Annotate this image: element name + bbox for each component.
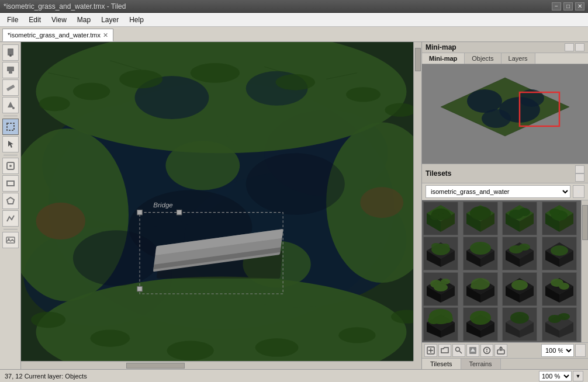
status-coords-layer: 37, 12 Current layer: Objects xyxy=(5,373,87,380)
minimap-close-button[interactable]: ✕ xyxy=(575,43,584,51)
minimap-svg xyxy=(426,69,584,159)
object-tool-button[interactable] xyxy=(2,158,19,174)
tile-cell[interactable] xyxy=(423,272,458,306)
svg-point-130 xyxy=(442,315,453,323)
erase-tool-button[interactable] xyxy=(2,79,19,96)
svg-point-75 xyxy=(470,206,491,220)
tile-cell[interactable] xyxy=(502,202,537,235)
tileset-search-button[interactable] xyxy=(452,344,465,357)
svg-point-36 xyxy=(191,63,240,83)
maximize-button[interactable]: □ xyxy=(563,2,573,11)
polygon-tool-button[interactable] xyxy=(2,193,19,209)
svg-point-85 xyxy=(549,209,560,216)
tileset-zoom-arrow[interactable]: ▼ xyxy=(575,344,586,357)
document-tab[interactable]: *isometric_grass_and_water.tmx ✕ xyxy=(2,29,113,41)
close-button[interactable]: ✕ xyxy=(575,2,584,11)
svg-point-91 xyxy=(441,244,449,249)
tilesets-bottom-tab-tilesets[interactable]: Tilesets xyxy=(422,359,461,369)
canvas-vscroll-thumb[interactable] xyxy=(415,48,421,71)
tile-cell[interactable] xyxy=(423,307,458,341)
tile-cell[interactable] xyxy=(542,237,577,270)
minimap-title: Mini-map xyxy=(426,43,456,51)
svg-text:Bridge: Bridge xyxy=(153,201,173,209)
status-layer: Current layer: Objects xyxy=(25,373,87,380)
canvas-horizontal-scrollbar[interactable] xyxy=(21,361,413,369)
fill-tool-button[interactable] xyxy=(2,97,19,113)
menu-layer[interactable]: Layer xyxy=(96,15,123,25)
cursor-tool-button[interactable] xyxy=(2,44,19,61)
statusbar-zoom-arrow[interactable]: ▼ xyxy=(573,371,583,381)
tile-cell[interactable] xyxy=(463,272,498,306)
minimap-tab-objects[interactable]: Objects xyxy=(465,53,501,64)
menu-edit[interactable]: Edit xyxy=(24,15,46,25)
select-tool-button[interactable] xyxy=(2,119,19,135)
tileset-grid[interactable] xyxy=(422,200,581,342)
minimap-tab-minimap[interactable]: Mini-map xyxy=(422,53,465,64)
map-canvas: Bridge xyxy=(21,42,421,369)
tile-cell[interactable] xyxy=(502,272,537,306)
open-tileset-icon xyxy=(441,346,449,355)
tile-cell[interactable] xyxy=(502,237,537,270)
tab-close-button[interactable]: ✕ xyxy=(103,32,108,39)
statusbar-zoom-select[interactable]: 100 % 50 % 200 % xyxy=(539,371,572,381)
menu-file[interactable]: File xyxy=(2,15,23,25)
tile-cell[interactable] xyxy=(463,307,498,341)
tileset-zoom-select[interactable]: 100 % 50 % 200 % xyxy=(541,344,574,357)
svg-point-37 xyxy=(275,74,315,90)
tilesets-bottom-tab-terrains[interactable]: Terrains xyxy=(461,359,501,369)
svg-point-147 xyxy=(456,348,460,352)
tile-cell[interactable] xyxy=(542,272,577,306)
svg-rect-2 xyxy=(7,67,14,71)
svg-point-42 xyxy=(167,341,214,360)
menu-help[interactable]: Help xyxy=(124,15,148,25)
tileset-dropdown[interactable]: isometric_grass_and_water xyxy=(426,185,570,198)
tileset-fill-button[interactable] xyxy=(466,344,479,357)
tabbar: *isometric_grass_and_water.tmx ✕ xyxy=(0,27,588,42)
polyline-tool-button[interactable] xyxy=(2,210,19,227)
minimap-undock-button[interactable]: ⊟ xyxy=(565,43,574,51)
pointer-tool-button[interactable] xyxy=(2,136,19,152)
svg-rect-55 xyxy=(177,210,181,214)
image-tool-button[interactable] xyxy=(2,232,19,248)
tilesets-undock-button[interactable]: ⊟ xyxy=(575,165,584,173)
canvas-area[interactable]: Bridge xyxy=(21,42,421,369)
stamp-tool-button[interactable] xyxy=(2,62,19,78)
canvas-hscroll-thumb[interactable] xyxy=(126,363,185,369)
menu-map[interactable]: Map xyxy=(72,15,95,25)
svg-rect-56 xyxy=(137,286,142,291)
tileset-selector: isometric_grass_and_water ▼ xyxy=(422,183,588,200)
svg-point-44 xyxy=(338,327,375,343)
svg-rect-9 xyxy=(7,181,14,186)
tileset-open-button[interactable] xyxy=(438,344,451,357)
tilesets-close-button[interactable]: ✕ xyxy=(575,173,584,182)
tileset-vscroll-thumb[interactable] xyxy=(582,205,588,240)
tile-cell[interactable] xyxy=(542,202,577,235)
tile-cell[interactable] xyxy=(502,307,537,341)
tile-cell[interactable] xyxy=(423,237,458,270)
tileset-props-button[interactable] xyxy=(480,344,493,357)
minimize-button[interactable]: − xyxy=(552,2,561,11)
svg-point-80 xyxy=(518,208,530,216)
tilesets-bottom-tabs: Tilesets Terrains xyxy=(422,358,588,369)
tile-cell[interactable] xyxy=(463,237,498,270)
stamp-icon xyxy=(6,65,15,75)
svg-point-47 xyxy=(246,153,345,215)
polyline-icon xyxy=(6,214,15,223)
tilesets-controls: ⊟ ✕ xyxy=(575,165,584,182)
statusbar-zoom-control: 100 % 50 % 200 % ▼ xyxy=(539,371,583,381)
tileset-export-button[interactable] xyxy=(494,344,507,357)
status-coords: 37, 12 xyxy=(5,373,23,380)
canvas-scroll-corner xyxy=(413,361,421,369)
tileset-dropdown-arrow[interactable]: ▼ xyxy=(573,185,584,198)
svg-rect-6 xyxy=(7,123,14,130)
minimap-tab-layers[interactable]: Layers xyxy=(501,53,535,64)
rect-tool-button[interactable] xyxy=(2,175,19,192)
tileset-new-button[interactable] xyxy=(424,344,437,357)
menu-view[interactable]: View xyxy=(47,15,71,25)
tile-cell[interactable] xyxy=(542,307,577,341)
tile-cell[interactable] xyxy=(463,202,498,235)
canvas-vertical-scrollbar[interactable] xyxy=(413,42,421,361)
tile-cell[interactable] xyxy=(423,202,458,235)
tileset-vertical-scrollbar[interactable] xyxy=(581,200,588,342)
svg-point-100 xyxy=(518,244,530,251)
